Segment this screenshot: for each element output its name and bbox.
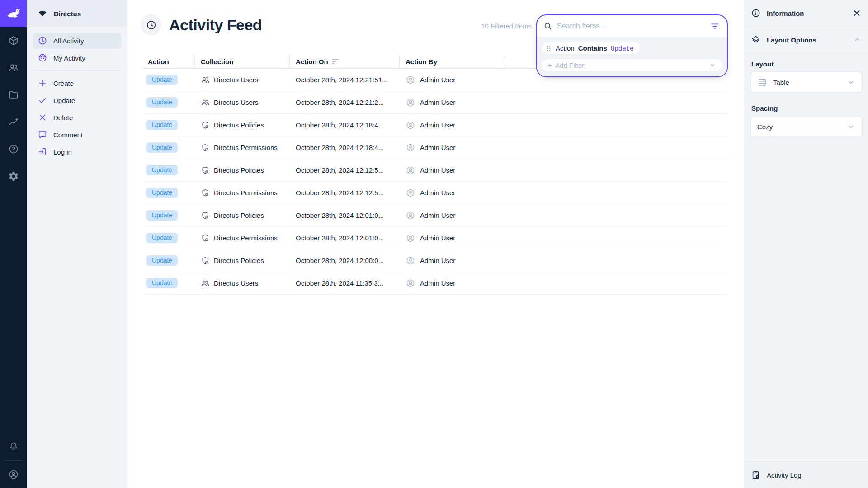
column-header-action-on[interactable]: Action On [290,55,400,68]
cell-action-by: Admin User [400,233,505,243]
layout-select-value: Table [773,79,840,86]
filter-icon[interactable] [710,21,720,31]
active-filter-chip[interactable]: Action Contains Update [542,42,640,54]
user-avatar-icon [406,165,415,175]
action-by-name: Admin User [420,257,455,264]
column-header-action-by[interactable]: Action By [400,55,505,68]
module-settings[interactable] [0,163,27,190]
search-row [537,15,727,37]
collection-icon [201,121,210,130]
collection-icon [201,166,210,175]
user-avatar-icon [406,233,415,243]
spacing-select[interactable]: Cozy [750,116,863,137]
module-users[interactable] [0,54,27,81]
module-files[interactable] [0,81,27,108]
user-avatar-icon [406,278,415,288]
cell-action-on: October 28th, 2024 12:01:0... [290,211,400,219]
column-label: Action On [296,58,328,66]
table-row[interactable]: Update Directus Policies October 28th, 2… [143,114,728,136]
table-row[interactable]: Update Directus Permissions October 28th… [143,136,728,159]
cell-action-on: October 28th, 2024 12:00:0... [290,257,400,264]
chevron-down-icon [708,61,717,69]
action-by-name: Admin User [420,99,455,106]
table-row[interactable]: Update Directus Permissions October 28th… [143,227,728,249]
collection-name: Directus Users [214,76,258,84]
project-fan-icon [37,8,48,19]
table-row[interactable]: Update Directus Policies October 28th, 2… [143,159,728,182]
info-icon [751,8,761,18]
nav-item-label: Update [53,97,75,104]
cell-action: Update [143,165,195,175]
nav-item-label: All Activity [53,37,84,45]
nav-item-create[interactable]: Create [33,75,121,91]
module-content[interactable] [0,27,27,54]
chevron-down-icon [846,122,855,131]
nav-item-login[interactable]: Log in [33,144,121,160]
collection-name: Directus Permissions [214,234,278,242]
project-header[interactable]: Directus [27,0,127,27]
action-badge: Update [146,278,178,288]
column-label: Collection [201,58,234,66]
cell-collection: Directus Permissions [195,143,290,152]
action-by-name: Admin User [420,189,455,197]
collection-name: Directus Permissions [214,189,278,197]
nav-item-comment[interactable]: Comment [33,127,121,143]
collection-icon [201,234,210,243]
bell-icon [8,441,19,452]
nav-item-delete[interactable]: Delete [33,109,121,126]
filter-operator[interactable]: Contains [578,44,607,52]
close-icon[interactable] [852,8,862,18]
filtered-items-count: 10 Filtered Items [481,22,532,30]
module-help[interactable] [0,136,27,163]
page-title: Activity Feed [169,16,262,34]
table-row[interactable]: Update Directus Users October 28th, 2024… [143,91,728,114]
column-header-collection[interactable]: Collection [195,55,290,68]
cube-icon [8,35,19,46]
table-row[interactable]: Update Directus Permissions October 28th… [143,182,728,204]
nav-item-label: Log in [53,148,72,156]
close-icon [38,113,47,122]
cell-action-on: October 28th, 2024 12:18:4... [290,144,400,151]
nav-item-all-activity[interactable]: All Activity [33,33,121,49]
clock-icon [146,19,157,31]
drag-handle-icon[interactable] [546,45,552,52]
rabbit-icon [6,6,21,21]
cell-action-by: Admin User [400,143,505,153]
cell-action-on: October 28th, 2024 11:35:3... [290,279,400,287]
nav-item-my-activity[interactable]: My Activity [33,50,121,66]
add-filter-button[interactable]: + Add Filter [542,59,722,71]
search-input[interactable] [557,22,705,30]
cell-action-by: Admin User [400,98,505,108]
chevron-up-icon[interactable] [853,35,862,44]
table-row[interactable]: Update Directus Users October 28th, 2024… [143,272,728,295]
cell-action-on: October 28th, 2024 12:01:0... [290,234,400,242]
nav-item-label: Delete [53,114,73,122]
activity-log-button[interactable]: Activity Log [745,461,868,488]
module-bar [0,0,27,488]
collection-name: Directus Policies [214,121,264,129]
current-user-button[interactable] [0,461,27,488]
layout-select[interactable]: Table [750,71,863,93]
nav-item-update[interactable]: Update [33,92,121,108]
user-avatar-icon [406,98,415,108]
column-header-action[interactable]: Action [143,55,195,68]
cell-action-on: October 28th, 2024 12:21:2... [290,99,400,106]
layout-options-label: Layout Options [767,36,847,44]
module-insights[interactable] [0,108,27,136]
information-header: Information [745,0,868,27]
cell-collection: Directus Users [195,98,290,107]
collection-icon [201,143,210,152]
table-row[interactable]: Update Directus Policies October 28th, 2… [143,204,728,227]
cell-action: Update [143,233,195,243]
cell-action-by: Admin User [400,188,505,198]
cell-action-on: October 28th, 2024 12:12:5... [290,166,400,174]
layers-icon [751,35,761,45]
directus-logo[interactable] [0,0,27,27]
layout-options-header[interactable]: Layout Options [745,27,868,53]
nav-list: All Activity My Activity Create Update D… [27,27,127,166]
filter-value[interactable]: Update [611,45,634,52]
clock-icon [38,36,47,46]
search-panel: Action Contains Update + Add Filter [536,14,728,77]
notifications-button[interactable] [0,433,27,460]
table-row[interactable]: Update Directus Policies October 28th, 2… [143,249,728,272]
